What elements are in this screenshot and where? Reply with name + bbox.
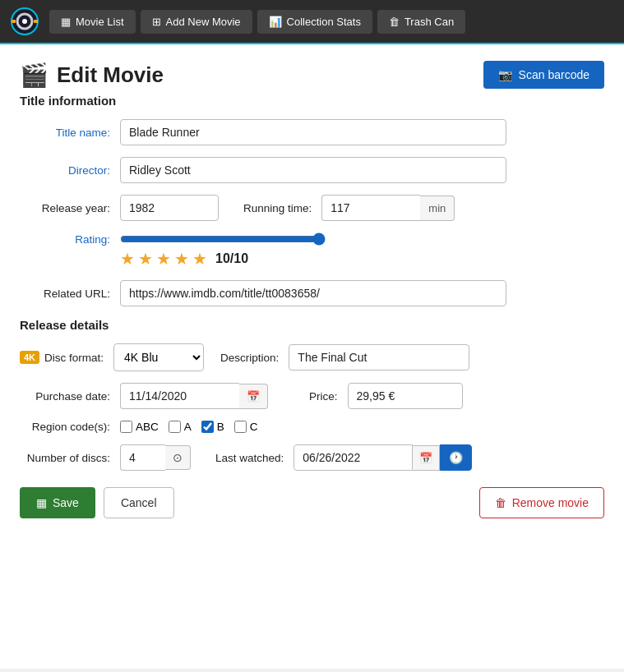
nav-add-movie-label: Add New Movie — [166, 16, 241, 28]
running-time-input[interactable] — [321, 195, 420, 221]
last-watched-wrap: 📅 🕐 — [294, 444, 472, 471]
footer-left-buttons: ▦ Save Cancel — [20, 487, 174, 518]
nav-add-movie-button[interactable]: ⊞ Add New Movie — [141, 10, 252, 34]
url-label: Related URL: — [20, 288, 110, 300]
release-year-label: Release year: — [20, 202, 110, 214]
star-5: ★ — [192, 249, 207, 269]
min-badge: min — [420, 196, 455, 221]
director-input[interactable] — [120, 157, 506, 183]
star-4: ★ — [174, 249, 189, 269]
release-section-heading: Release details — [20, 318, 604, 332]
year-runtime-group: Release year: Running time: min — [20, 195, 604, 221]
navbar: ▦ Movie List ⊞ Add New Movie 📊 Collectio… — [0, 0, 624, 44]
add-icon: ⊞ — [152, 16, 161, 28]
region-abc-label: ABC — [136, 421, 159, 433]
disc-format-label: Disc format: — [44, 352, 104, 364]
rating-slider[interactable] — [120, 232, 326, 246]
description-input[interactable] — [289, 344, 469, 371]
discs-input[interactable] — [120, 444, 165, 471]
clock-button[interactable]: 🕐 — [440, 444, 472, 471]
nav-collection-stats-label: Collection Stats — [287, 16, 361, 28]
remove-label: Remove movie — [512, 496, 589, 509]
main-content: 🎬 Edit Movie 📷 Scan barcode Title inform… — [0, 44, 624, 669]
app-logo — [10, 7, 39, 36]
scan-barcode-button[interactable]: 📷 Scan barcode — [483, 61, 604, 89]
region-codes-label: Region code(s): — [20, 421, 110, 433]
discs-input-wrap: ⊙ — [120, 444, 191, 471]
url-group: Related URL: — [20, 280, 604, 306]
calendar-icon[interactable]: 📅 — [239, 384, 268, 409]
svg-rect-4 — [34, 20, 38, 23]
title-section-heading: Title information — [20, 94, 604, 108]
calendar-icon-2[interactable]: 📅 — [413, 445, 440, 471]
region-b-item: B — [201, 421, 224, 433]
purchase-date-input[interactable] — [120, 383, 239, 409]
nav-collection-stats-button[interactable]: 📊 Collection Stats — [257, 10, 372, 34]
purchase-date-label: Purchase date: — [20, 390, 110, 403]
scan-barcode-label: Scan barcode — [519, 68, 589, 81]
footer-buttons: ▦ Save Cancel 🗑 Remove movie — [20, 487, 604, 518]
stars-row: ★ ★ ★ ★ ★ 10/10 — [120, 249, 604, 269]
region-c-item: C — [234, 421, 258, 433]
region-abc-checkbox[interactable] — [120, 421, 132, 433]
trash-remove-icon: 🗑 — [495, 496, 506, 509]
star-3: ★ — [156, 249, 171, 269]
page-header: 🎬 Edit Movie 📷 Scan barcode — [20, 61, 604, 89]
discs-spinner-button[interactable]: ⊙ — [165, 445, 191, 470]
region-a-item: A — [169, 421, 192, 433]
cancel-label: Cancel — [121, 496, 157, 509]
star-2: ★ — [138, 249, 153, 269]
director-label: Director: — [20, 164, 110, 177]
region-b-checkbox[interactable] — [201, 421, 214, 433]
title-name-group: Title name: — [20, 119, 604, 145]
region-abc-item: ABC — [120, 421, 159, 433]
last-watched-input[interactable] — [294, 444, 413, 471]
year-runtime-row: Running time: min — [120, 195, 455, 221]
stats-icon: 📊 — [269, 16, 282, 28]
4k-badge: 4K — [20, 351, 39, 364]
description-label: Description: — [220, 352, 279, 364]
release-section: Release details 4K Disc format: 4K Blu B… — [20, 318, 604, 471]
nav-movie-list-label: Movie List — [76, 16, 124, 28]
url-input[interactable] — [120, 280, 506, 306]
save-button[interactable]: ▦ Save — [20, 487, 95, 518]
last-watched-label: Last watched: — [215, 452, 284, 464]
rating-display: 10/10 — [215, 251, 248, 266]
remove-movie-button[interactable]: 🗑 Remove movie — [479, 487, 604, 518]
title-name-label: Title name: — [20, 127, 110, 139]
disc-format-row: 4K Disc format: 4K Blu Blu-ray DVD UHD D… — [20, 343, 604, 371]
nav-movie-list-button[interactable]: ▦ Movie List — [49, 10, 136, 34]
region-checkboxes: ABC A B C — [120, 421, 258, 433]
region-c-label: C — [250, 421, 258, 433]
nav-trash-can-button[interactable]: 🗑 Trash Can — [377, 10, 465, 34]
star-1: ★ — [120, 249, 135, 269]
title-name-input[interactable] — [120, 119, 506, 145]
film-icon: 🎬 — [20, 62, 49, 89]
save-icon: ▦ — [36, 496, 47, 509]
trash-icon: 🗑 — [389, 16, 400, 28]
region-a-label: A — [184, 421, 192, 433]
barcode-icon: 📷 — [498, 68, 512, 81]
region-a-checkbox[interactable] — [169, 421, 181, 433]
discs-label: Number of discs: — [20, 452, 110, 464]
region-b-label: B — [217, 421, 224, 433]
svg-point-2 — [22, 19, 27, 24]
purchase-row: Purchase date: 📅 Price: — [20, 383, 604, 409]
release-year-input[interactable] — [120, 195, 219, 221]
cancel-button[interactable]: Cancel — [104, 487, 174, 518]
save-label: Save — [53, 496, 79, 509]
region-c-checkbox[interactable] — [234, 421, 247, 433]
rating-slider-row: Rating: — [20, 232, 604, 246]
region-codes-row: Region code(s): ABC A B C — [20, 421, 604, 433]
nav-trash-can-label: Trash Can — [404, 16, 454, 28]
list-icon: ▦ — [61, 16, 71, 28]
page-title-area: 🎬 Edit Movie — [20, 62, 164, 89]
disc-format-select[interactable]: 4K Blu Blu-ray DVD UHD — [113, 343, 204, 371]
discs-row: Number of discs: ⊙ Last watched: 📅 🕐 — [20, 444, 604, 471]
price-label: Price: — [309, 390, 338, 403]
svg-rect-3 — [12, 20, 16, 23]
director-group: Director: — [20, 157, 604, 183]
rating-group: Rating: ★ ★ ★ ★ ★ 10/10 — [20, 232, 604, 269]
rating-label: Rating: — [20, 233, 110, 246]
price-input[interactable] — [348, 383, 463, 409]
